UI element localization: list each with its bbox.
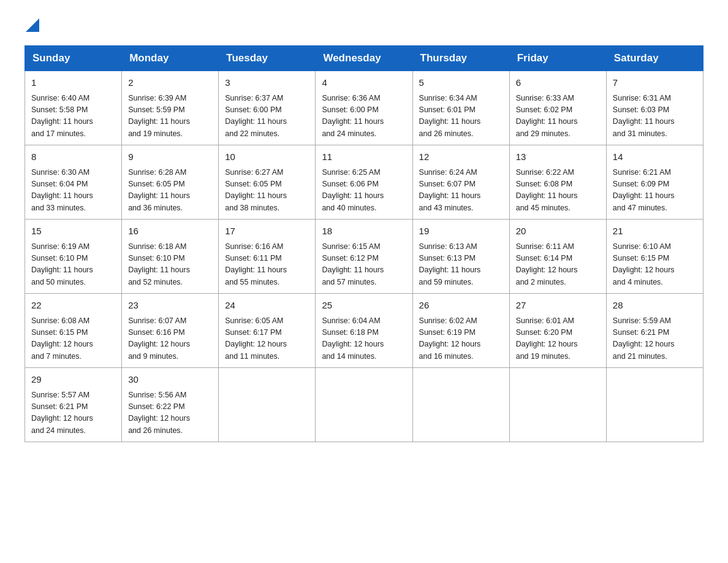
day-number: 25 [322, 299, 406, 313]
svg-marker-0 [26, 18, 39, 32]
day-number: 22 [31, 299, 115, 313]
day-number: 21 [613, 224, 697, 239]
calendar-cell: 14 Sunrise: 6:21 AMSunset: 6:09 PMDaylig… [606, 145, 703, 220]
calendar-cell [316, 368, 412, 442]
day-number: 9 [128, 150, 212, 164]
day-number: 3 [225, 76, 309, 90]
calendar-cell: 29 Sunrise: 5:57 AMSunset: 6:21 PMDaylig… [25, 368, 122, 442]
calendar-header-row: SundayMondayTuesdayWednesdayThursdayFrid… [25, 46, 703, 71]
day-number: 30 [128, 373, 212, 387]
calendar-cell [412, 368, 509, 442]
day-info: Sunrise: 6:36 AMSunset: 6:00 PMDaylight:… [322, 93, 406, 140]
calendar-cell: 18 Sunrise: 6:15 AMSunset: 6:12 PMDaylig… [316, 220, 412, 294]
calendar-cell: 24 Sunrise: 6:05 AMSunset: 6:17 PMDaylig… [219, 294, 316, 368]
week-row-1: 1 Sunrise: 6:40 AMSunset: 5:58 PMDayligh… [25, 71, 703, 145]
day-info: Sunrise: 6:10 AMSunset: 6:15 PMDaylight:… [613, 241, 697, 289]
day-number: 12 [419, 150, 503, 164]
calendar-cell [509, 368, 606, 442]
day-info: Sunrise: 6:19 AMSunset: 6:10 PMDaylight:… [31, 241, 115, 289]
header-wednesday: Wednesday [316, 46, 412, 71]
calendar-cell [606, 368, 703, 442]
day-number: 1 [31, 76, 115, 90]
calendar-cell: 19 Sunrise: 6:13 AMSunset: 6:13 PMDaylig… [412, 220, 509, 294]
day-number: 13 [516, 150, 600, 164]
page-header [25, 18, 703, 33]
day-number: 23 [128, 299, 212, 313]
week-row-3: 15 Sunrise: 6:19 AMSunset: 6:10 PMDaylig… [25, 220, 703, 294]
calendar-cell: 20 Sunrise: 6:11 AMSunset: 6:14 PMDaylig… [509, 220, 606, 294]
day-info: Sunrise: 6:37 AMSunset: 6:00 PMDaylight:… [225, 93, 309, 140]
day-info: Sunrise: 6:16 AMSunset: 6:11 PMDaylight:… [225, 241, 309, 289]
day-number: 27 [516, 299, 600, 313]
week-row-5: 29 Sunrise: 5:57 AMSunset: 6:21 PMDaylig… [25, 368, 703, 442]
calendar-cell: 2 Sunrise: 6:39 AMSunset: 5:59 PMDayligh… [122, 71, 219, 145]
day-info: Sunrise: 6:28 AMSunset: 6:05 PMDaylight:… [128, 167, 212, 215]
day-info: Sunrise: 5:57 AMSunset: 6:21 PMDaylight:… [31, 389, 115, 437]
calendar-cell: 8 Sunrise: 6:30 AMSunset: 6:04 PMDayligh… [25, 145, 122, 220]
calendar-cell: 10 Sunrise: 6:27 AMSunset: 6:05 PMDaylig… [219, 145, 316, 220]
calendar-cell: 1 Sunrise: 6:40 AMSunset: 5:58 PMDayligh… [25, 71, 122, 145]
day-info: Sunrise: 6:04 AMSunset: 6:18 PMDaylight:… [322, 315, 406, 363]
day-number: 10 [225, 150, 309, 164]
day-info: Sunrise: 6:02 AMSunset: 6:19 PMDaylight:… [419, 315, 503, 363]
day-number: 29 [31, 373, 115, 387]
calendar-cell: 3 Sunrise: 6:37 AMSunset: 6:00 PMDayligh… [219, 71, 316, 145]
day-number: 16 [128, 224, 212, 239]
day-number: 17 [225, 224, 309, 239]
calendar-cell: 7 Sunrise: 6:31 AMSunset: 6:03 PMDayligh… [606, 71, 703, 145]
day-info: Sunrise: 6:18 AMSunset: 6:10 PMDaylight:… [128, 241, 212, 289]
day-info: Sunrise: 6:27 AMSunset: 6:05 PMDaylight:… [225, 167, 309, 215]
calendar-cell: 13 Sunrise: 6:22 AMSunset: 6:08 PMDaylig… [509, 145, 606, 220]
day-number: 6 [516, 76, 600, 90]
day-info: Sunrise: 6:39 AMSunset: 5:59 PMDaylight:… [128, 93, 212, 140]
header-sunday: Sunday [25, 46, 122, 71]
calendar-cell: 27 Sunrise: 6:01 AMSunset: 6:20 PMDaylig… [509, 294, 606, 368]
calendar-cell [219, 368, 316, 442]
calendar-cell: 22 Sunrise: 6:08 AMSunset: 6:15 PMDaylig… [25, 294, 122, 368]
day-info: Sunrise: 6:24 AMSunset: 6:07 PMDaylight:… [419, 167, 503, 215]
header-friday: Friday [509, 46, 606, 71]
day-number: 4 [322, 76, 406, 90]
day-number: 28 [613, 299, 697, 313]
day-info: Sunrise: 6:08 AMSunset: 6:15 PMDaylight:… [31, 315, 115, 363]
day-number: 26 [419, 299, 503, 313]
header-monday: Monday [122, 46, 219, 71]
day-info: Sunrise: 6:22 AMSunset: 6:08 PMDaylight:… [516, 167, 600, 215]
day-number: 11 [322, 150, 406, 164]
day-info: Sunrise: 6:15 AMSunset: 6:12 PMDaylight:… [322, 241, 406, 289]
day-number: 2 [128, 76, 212, 90]
header-thursday: Thursday [412, 46, 509, 71]
week-row-2: 8 Sunrise: 6:30 AMSunset: 6:04 PMDayligh… [25, 145, 703, 220]
day-number: 15 [31, 224, 115, 239]
calendar-cell: 26 Sunrise: 6:02 AMSunset: 6:19 PMDaylig… [412, 294, 509, 368]
day-info: Sunrise: 6:13 AMSunset: 6:13 PMDaylight:… [419, 241, 503, 289]
calendar-cell: 21 Sunrise: 6:10 AMSunset: 6:15 PMDaylig… [606, 220, 703, 294]
week-row-4: 22 Sunrise: 6:08 AMSunset: 6:15 PMDaylig… [25, 294, 703, 368]
calendar-cell: 9 Sunrise: 6:28 AMSunset: 6:05 PMDayligh… [122, 145, 219, 220]
day-info: Sunrise: 6:40 AMSunset: 5:58 PMDaylight:… [31, 93, 115, 140]
day-number: 5 [419, 76, 503, 90]
calendar-cell: 23 Sunrise: 6:07 AMSunset: 6:16 PMDaylig… [122, 294, 219, 368]
header-saturday: Saturday [606, 46, 703, 71]
day-info: Sunrise: 6:21 AMSunset: 6:09 PMDaylight:… [613, 167, 697, 215]
day-info: Sunrise: 6:01 AMSunset: 6:20 PMDaylight:… [516, 315, 600, 363]
day-info: Sunrise: 6:30 AMSunset: 6:04 PMDaylight:… [31, 167, 115, 215]
calendar-cell: 17 Sunrise: 6:16 AMSunset: 6:11 PMDaylig… [219, 220, 316, 294]
day-info: Sunrise: 6:33 AMSunset: 6:02 PMDaylight:… [516, 93, 600, 140]
logo [25, 18, 39, 33]
day-info: Sunrise: 6:31 AMSunset: 6:03 PMDaylight:… [613, 93, 697, 140]
day-number: 18 [322, 224, 406, 239]
calendar-cell: 15 Sunrise: 6:19 AMSunset: 6:10 PMDaylig… [25, 220, 122, 294]
day-info: Sunrise: 6:25 AMSunset: 6:06 PMDaylight:… [322, 167, 406, 215]
day-info: Sunrise: 5:59 AMSunset: 6:21 PMDaylight:… [613, 315, 697, 363]
day-number: 19 [419, 224, 503, 239]
day-number: 24 [225, 299, 309, 313]
calendar-cell: 5 Sunrise: 6:34 AMSunset: 6:01 PMDayligh… [412, 71, 509, 145]
day-info: Sunrise: 5:56 AMSunset: 6:22 PMDaylight:… [128, 389, 212, 437]
day-info: Sunrise: 6:07 AMSunset: 6:16 PMDaylight:… [128, 315, 212, 363]
calendar-cell: 4 Sunrise: 6:36 AMSunset: 6:00 PMDayligh… [316, 71, 412, 145]
calendar-cell: 28 Sunrise: 5:59 AMSunset: 6:21 PMDaylig… [606, 294, 703, 368]
day-number: 20 [516, 224, 600, 239]
calendar-cell: 6 Sunrise: 6:33 AMSunset: 6:02 PMDayligh… [509, 71, 606, 145]
calendar-cell: 16 Sunrise: 6:18 AMSunset: 6:10 PMDaylig… [122, 220, 219, 294]
